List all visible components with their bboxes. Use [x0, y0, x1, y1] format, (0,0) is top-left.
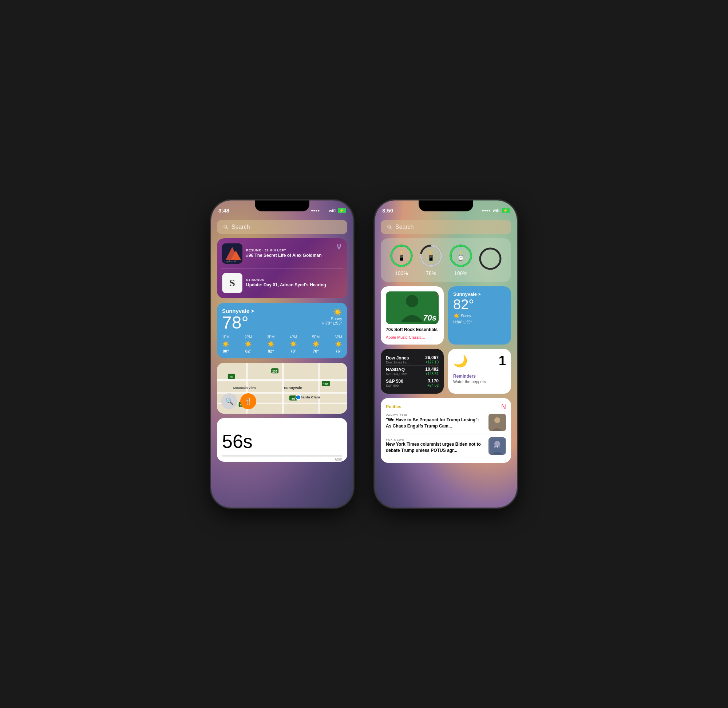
news-thumb-svg-2: NYT	[488, 437, 506, 455]
battery-pct-1: 100%	[395, 270, 408, 276]
timer-end-label: 60m	[222, 457, 342, 461]
signal-icon-right: ●●●●	[482, 209, 490, 212]
stock-item-3: S&P 500 S&P 500 3,170 +24.62	[386, 377, 439, 389]
news-header: Politics N	[386, 403, 506, 411]
battery-icon-left: ⚡	[338, 208, 346, 213]
status-icons-right: ●●●● wifi ⚡	[482, 208, 510, 213]
music-art: 70s	[386, 292, 439, 324]
battery-pct-2: 78%	[426, 270, 436, 276]
weather-detail-right: H:84° L:55°	[453, 320, 506, 324]
music-art-label: 70s	[423, 313, 436, 323]
timer-bar-container: 60m	[222, 455, 342, 457]
stock-1-right: 26,067 +177.10	[425, 355, 439, 364]
battery-ring-svg-1	[390, 244, 413, 267]
news-category-block: Politics	[386, 404, 401, 410]
weather-hour-2: 2PM ☀️ 82°	[245, 335, 252, 353]
map-container: 85 237 101 85 280 Mountain View Sunnyval…	[217, 363, 347, 413]
music-widget[interactable]: 70s ♪ 70s Soft Rock Essentials Apple Mus…	[381, 286, 444, 345]
podcast-title-2: Update: Day 01, Adnan Syed's Hearing	[246, 282, 342, 288]
moon-icon: 🌙	[453, 354, 468, 368]
search-placeholder-right: Search	[395, 224, 414, 230]
phone-right: 3:50 ●●●● wifi ⚡ Search	[375, 200, 517, 508]
reminders-widget[interactable]: 🌙 1 Reminders Water the peppers	[448, 349, 511, 394]
search-placeholder-left: Search	[231, 224, 250, 230]
weather-hour-5: 5PM ☀️ 78°	[312, 335, 320, 353]
battery-widget[interactable]: ⚡ 📱 100% ⚡ 📱	[381, 238, 511, 282]
location-arrow-right: ➤	[478, 292, 481, 296]
news-thumb-svg-1	[488, 413, 506, 431]
news-headline-1: "We Have to Be Prepared for Trump Losing…	[386, 417, 485, 429]
podcasts-widget[interactable]: 🎙 reply-all	[217, 238, 347, 298]
weather-widget-left[interactable]: Sunnyvale ➤ 78° ☀️ Sunny H:78° L:53°	[217, 303, 347, 358]
weather-hi-left: H:78° L:53°	[321, 321, 342, 325]
svg-text:Santa Clara: Santa Clara	[300, 395, 320, 399]
stock-item-2: NASDAQ NASDAQ Com... 10,492 +148.61	[386, 365, 439, 377]
mountain-art: reply-all	[222, 244, 243, 264]
weather-hours-left: 1PM ☀️ 80° 2PM ☀️ 82° 3PM ☀️ 82°	[222, 335, 342, 353]
battery-pct-3: 100%	[454, 270, 467, 276]
maps-widget[interactable]: 85 237 101 85 280 Mountain View Sunnyval…	[217, 363, 347, 413]
battery-ring-svg-4	[479, 247, 502, 270]
timer-value: 56s	[222, 430, 342, 452]
weather-widget-right[interactable]: Sunnyvale ➤ 82° ☀️ Sunny H:84° L:55°	[448, 286, 511, 345]
search-bar-left[interactable]: Search	[217, 220, 347, 234]
news-source-1: VANITY FAIR	[386, 413, 485, 417]
reminders-item: Water the peppers	[453, 379, 506, 384]
time-left: 3:48	[218, 207, 229, 213]
battery-ring-svg-3	[449, 244, 472, 267]
news-category-label: Politics	[386, 404, 401, 409]
weather-temp-right: 82°	[453, 297, 506, 312]
battery-item-1: ⚡ 📱 100%	[390, 244, 413, 276]
weather-hour-6: 6PM ☀️ 76°	[334, 335, 342, 353]
svg-text:Sunnyvale: Sunnyvale	[284, 386, 302, 390]
battery-ring-4	[479, 247, 502, 270]
sun-icon-left: ☀️	[321, 308, 342, 316]
timer-widget[interactable]: 56s 60m	[217, 418, 347, 462]
sun-icon-right: ☀️	[453, 313, 459, 319]
news-item-1-text-block: VANITY FAIR "We Have to Be Prepared for …	[386, 413, 485, 429]
news-item-2: FOX NEWS New York Times columnist urges …	[386, 434, 506, 458]
phone-right-content: Search ⚡ 📱 100%	[375, 216, 517, 508]
svg-text:Mountain View: Mountain View	[233, 386, 256, 390]
map-buttons: 🔍 🍴	[221, 393, 256, 409]
apple-news-icon: N	[501, 403, 506, 411]
podcast-label-1: RESUME · 32 MIN LEFT	[246, 248, 342, 252]
news-item-1: VANITY FAIR "We Have to Be Prepared for …	[386, 411, 506, 434]
svg-text:85: 85	[230, 375, 233, 379]
svg-rect-10	[318, 363, 320, 413]
news-widget[interactable]: Politics N VANITY FAIR "We Have to Be Pr…	[381, 398, 511, 463]
podcast-item-2: S S1 BONUS Update: Day 01, Adnan Syed's …	[222, 273, 342, 293]
serial-logo: S	[229, 277, 235, 289]
news-thumb-2: NYT	[488, 437, 506, 455]
podcast-item-1: reply-all RESUME · 32 MIN LEFT #96 The S…	[222, 244, 342, 264]
stocks-widget[interactable]: Dow Jones Dow Jones Ind... 26,067 +177.1…	[381, 349, 444, 394]
music-note-icon: ♪	[436, 292, 439, 298]
music-subtitle: Apple Music Classic...	[386, 335, 439, 339]
stocks-reminders-row: Dow Jones Dow Jones Ind... 26,067 +177.1…	[381, 349, 511, 394]
podcast-art-serial: S	[222, 273, 243, 293]
search-icon-left	[223, 224, 228, 230]
battery-ring-3: ⚡ ⌚	[449, 244, 472, 267]
map-search-button[interactable]: 🔍	[221, 393, 237, 409]
music-title: 70s Soft Rock Essentials	[386, 327, 439, 332]
battery-item-2: ⚡ 📱 78%	[419, 244, 443, 276]
search-bar-right[interactable]: Search	[381, 220, 511, 234]
podcast-title-1: #96 The Secret Life of Alex Goldman	[246, 253, 342, 259]
weather-city-right: Sunnyvale ➤	[453, 292, 506, 297]
timer-bar	[222, 455, 342, 457]
svg-point-24	[296, 396, 300, 399]
reminders-top: 🌙 1	[453, 354, 506, 368]
notch-right	[418, 200, 473, 211]
reminders-count: 1	[499, 353, 506, 369]
svg-text:NYT: NYT	[494, 445, 500, 448]
battery-item-4	[479, 247, 502, 273]
svg-text:reply-all: reply-all	[224, 260, 238, 263]
battery-ring-2: ⚡ 📱	[419, 244, 443, 267]
phone-left-screen: 3:48 ●●●● wifi ⚡ Search	[211, 200, 353, 508]
svg-text:237: 237	[272, 370, 278, 373]
search-icon-right	[387, 224, 392, 230]
podcast-info-2: S1 BONUS Update: Day 01, Adnan Syed's He…	[246, 278, 342, 288]
svg-text:85: 85	[292, 397, 295, 400]
map-food-button[interactable]: 🍴	[240, 393, 256, 409]
stock-3-right: 3,170 +24.62	[427, 379, 439, 387]
